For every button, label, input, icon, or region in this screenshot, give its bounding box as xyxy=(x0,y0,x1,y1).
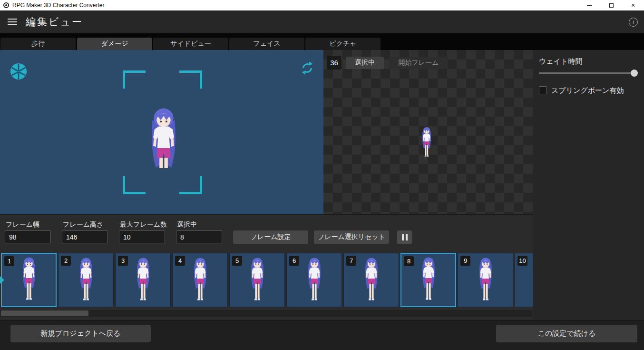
titlebar: RPG Maker 3D Character Converter ✕ xyxy=(0,0,644,10)
page-title: 編集ビュー xyxy=(26,15,83,29)
wait-time-label: ウェイト時間 xyxy=(539,57,582,66)
frame-sprite xyxy=(132,257,154,304)
frame-thumbnail-3[interactable]: 3 xyxy=(115,253,171,307)
frame-set-button[interactable]: フレーム設定 xyxy=(233,230,308,244)
footer-bar: 新規プロジェクトへ戻る この設定で続ける xyxy=(0,320,644,350)
continue-button[interactable]: この設定で続ける xyxy=(496,325,637,342)
maximize-button[interactable] xyxy=(600,0,622,10)
frame-number: 2 xyxy=(61,256,71,266)
character-model xyxy=(143,106,185,168)
sprite-capture-area: 36 選択中 開始フレーム xyxy=(323,50,533,214)
frame-sprite xyxy=(475,257,497,304)
scrollbar-thumb[interactable] xyxy=(1,310,88,316)
app-window: RPG Maker 3D Character Converter ✕ 編集ビュー… xyxy=(0,0,644,350)
rotate-view-icon[interactable] xyxy=(300,60,315,76)
tab-damage[interactable]: ダメージ xyxy=(77,38,152,50)
frame-sprite xyxy=(303,257,325,304)
capture-frame-corner-bottom-right xyxy=(179,176,202,194)
selected-state-button[interactable]: 選択中 xyxy=(346,57,384,69)
menu-icon[interactable] xyxy=(8,19,17,25)
capture-frame-corner-bottom-left xyxy=(123,176,146,194)
frame-thumbnail-5[interactable]: 5 xyxy=(229,253,285,307)
frame-number: 5 xyxy=(232,256,242,266)
frame-number: 8 xyxy=(404,256,414,266)
tab-strip: 歩行 ダメージ サイドビュー フェイス ピクチャ xyxy=(0,33,644,50)
window-title: RPG Maker 3D Character Converter xyxy=(12,2,104,9)
frame-number: 6 xyxy=(289,256,299,266)
frame-sprite xyxy=(75,257,97,304)
frame-sprite xyxy=(189,257,211,304)
frame-thumbnail-10[interactable]: 10 xyxy=(515,253,533,307)
selected-input[interactable] xyxy=(176,230,222,243)
frame-sprite xyxy=(18,256,40,304)
window-controls: ✕ xyxy=(578,0,644,10)
frame-number: 10 xyxy=(517,256,527,266)
settings-panel: ウェイト時間 スプリングボーン有効 xyxy=(533,50,644,320)
back-to-project-button[interactable]: 新規プロジェクトへ戻る xyxy=(10,325,151,342)
timeline-scrollbar[interactable] xyxy=(0,310,532,317)
slider-track[interactable] xyxy=(539,72,638,74)
header: 編集ビュー xyxy=(0,10,644,33)
frame-width-input[interactable] xyxy=(5,230,51,243)
frame-sprite xyxy=(418,256,439,304)
info-icon[interactable]: i xyxy=(629,18,638,27)
frame-settings-panel: フレーム幅 フレーム高さ 最大フレーム数 選択中 フレーム設定 フレーム選択リセ… xyxy=(0,214,533,320)
frame-thumbnail-1[interactable]: 1 xyxy=(1,253,57,307)
tab-face[interactable]: フェイス xyxy=(229,38,304,50)
tab-sideview[interactable]: サイドビュー xyxy=(153,38,228,50)
frame-thumbnail-9[interactable]: 9 xyxy=(458,253,513,307)
pause-icon xyxy=(402,234,404,240)
frame-number: 7 xyxy=(346,256,356,266)
spring-bone-label: スプリングボーン有効 xyxy=(551,86,624,95)
frame-thumbnail-8[interactable]: 8 xyxy=(400,253,456,307)
pause-button[interactable] xyxy=(397,230,412,244)
model-preview-viewport[interactable] xyxy=(0,50,323,214)
frame-thumbnail-6[interactable]: 6 xyxy=(286,253,342,307)
minimize-icon xyxy=(587,5,592,6)
frame-sprite xyxy=(361,257,382,304)
frame-thumbnail-2[interactable]: 2 xyxy=(58,253,114,307)
frame-sprite xyxy=(532,257,533,304)
close-button[interactable]: ✕ xyxy=(622,0,644,10)
frame-thumbnail-7[interactable]: 7 xyxy=(343,253,399,307)
frame-number: 1 xyxy=(4,256,14,266)
start-frame-button[interactable]: 開始フレーム xyxy=(389,57,448,69)
frame-number: 3 xyxy=(118,256,128,266)
captured-sprite xyxy=(419,126,434,160)
frame-thumbnail-4[interactable]: 4 xyxy=(172,253,228,307)
frame-width-label: フレーム幅 xyxy=(6,220,39,229)
frame-number: 4 xyxy=(175,256,185,266)
maximize-icon xyxy=(609,3,614,8)
frame-number-badge: 36 xyxy=(327,56,341,70)
tab-picture[interactable]: ピクチャ xyxy=(305,38,381,50)
current-frame-indicator xyxy=(0,276,4,284)
frame-height-label: フレーム高さ xyxy=(63,220,103,229)
max-frames-input[interactable] xyxy=(119,230,165,243)
minimize-button[interactable] xyxy=(578,0,600,10)
wait-time-slider[interactable] xyxy=(539,69,638,77)
max-frames-label: 最大フレーム数 xyxy=(120,220,167,229)
camera-aperture-icon[interactable] xyxy=(10,62,28,80)
capture-frame-corner-top-left xyxy=(123,70,146,89)
frame-sprite xyxy=(246,257,268,304)
selected-label: 選択中 xyxy=(177,220,197,229)
app-icon xyxy=(3,2,9,8)
close-icon: ✕ xyxy=(631,3,635,8)
tab-walk[interactable]: 歩行 xyxy=(0,38,76,50)
capture-frame-corner-top-right xyxy=(179,70,202,89)
spring-bone-checkbox[interactable] xyxy=(539,86,547,94)
frame-number: 9 xyxy=(460,256,470,266)
frame-height-input[interactable] xyxy=(62,230,108,243)
frame-reset-button[interactable]: フレーム選択リセット xyxy=(314,230,389,244)
slider-handle[interactable] xyxy=(631,70,638,77)
